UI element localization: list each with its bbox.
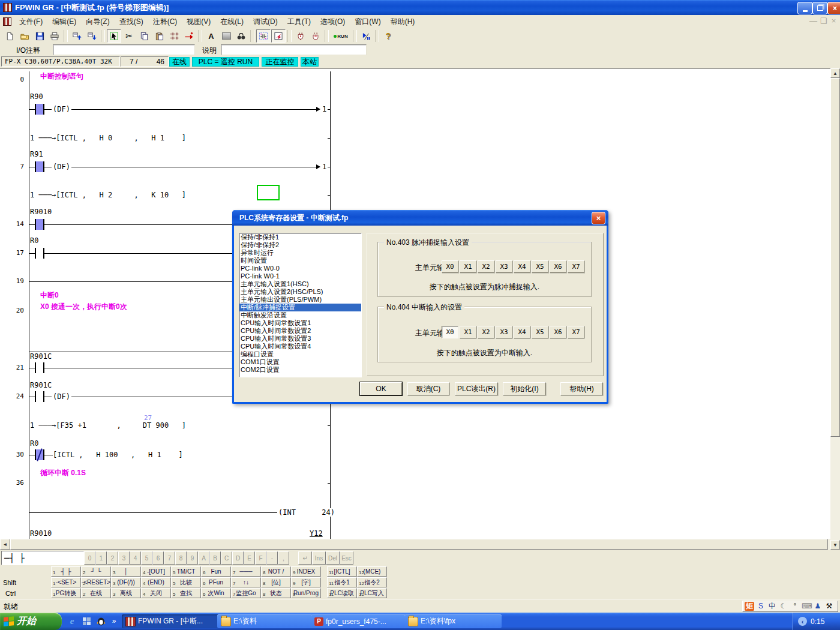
quick-launch-ie-icon[interactable]: e <box>66 615 78 627</box>
copy-icon[interactable] <box>137 29 151 43</box>
menu-item[interactable]: 视图(V) <box>182 15 215 29</box>
menu-item[interactable]: 查找(S) <box>115 15 148 29</box>
register-list-item[interactable]: 时间设置 <box>239 257 361 265</box>
menu-item[interactable]: 工具(T) <box>283 15 316 29</box>
function-key[interactable]: 11[ICTL] <box>327 566 357 577</box>
find-icon[interactable] <box>234 29 248 43</box>
quick-launch-desktop-icon[interactable] <box>80 615 92 627</box>
function-key[interactable]: 7─── <box>231 566 261 577</box>
ctrl-function-key[interactable]: 9Run/Prog <box>291 588 321 598</box>
interrupt-input-button[interactable]: X4 <box>514 326 530 338</box>
function-key[interactable]: 5TM/CT <box>171 566 201 577</box>
shift-function-key[interactable]: 2-<RESET> <box>81 577 111 587</box>
register-list-item[interactable]: 保持/非保持1 <box>239 233 361 241</box>
keypad-edit-key[interactable]: Esc <box>340 551 353 565</box>
keypad-key[interactable]: 6 <box>152 551 164 565</box>
menu-item[interactable]: 选项(O) <box>316 15 350 29</box>
interrupt-input-button[interactable]: X5 <box>532 326 548 338</box>
language-bar-icon[interactable]: ☾ <box>779 602 788 611</box>
ctrl-function-key[interactable]: 3离线 <box>111 588 141 598</box>
ctrl-function-key[interactable]: 6次Win <box>201 588 231 598</box>
keypad-key[interactable]: E <box>244 551 255 565</box>
minimize-button[interactable] <box>797 2 812 14</box>
help-icon[interactable]: ? <box>381 29 395 43</box>
register-list-item[interactable]: 编程口设置 <box>239 350 361 358</box>
keypad-key[interactable]: 5 <box>141 551 152 565</box>
instruction-ictl[interactable]: 1 ───→[ICTL , H 0 , H 1 ] <box>30 134 186 142</box>
menu-item[interactable]: 向导(Z) <box>81 15 114 29</box>
upload-from-plc-icon[interactable] <box>70 29 84 43</box>
close-button[interactable]: × <box>827 2 840 14</box>
keypad-key[interactable]: D <box>232 551 244 565</box>
taskbar-task-folder1[interactable]: E:\资料 <box>217 614 314 628</box>
pulse-catch-input-button[interactable]: X4 <box>514 260 530 273</box>
register-list-item[interactable]: 主单元输入设置2(HSC/PLS) <box>239 288 361 296</box>
new-file-icon[interactable] <box>2 29 17 43</box>
print-icon[interactable] <box>47 29 62 43</box>
ctrl-function-key[interactable]: 4关闭 <box>141 588 171 598</box>
df-instruction[interactable]: (DF) <box>52 163 71 171</box>
child-restore-icon[interactable]: ❑ <box>818 16 829 25</box>
vertical-scroll-thumb[interactable] <box>830 78 840 437</box>
quick-launch-chevron-icon[interactable]: » <box>108 615 120 627</box>
register-list-item[interactable]: 异常时运行 <box>239 249 361 257</box>
language-bar[interactable]: 矩S中☾°⌨♟⚒ <box>742 601 838 612</box>
child-close-icon[interactable]: × <box>829 16 839 25</box>
keypad-key[interactable]: F <box>255 551 266 565</box>
dialog-close-icon[interactable]: × <box>592 212 605 224</box>
keypad-key[interactable]: A <box>198 551 209 565</box>
shift-function-key[interactable]: 7↑↓ <box>231 577 261 587</box>
taskbar-task-folder2[interactable]: E:\资料\fpx <box>404 614 502 628</box>
vertical-scrollbar[interactable]: ▲ ▼ <box>830 68 840 550</box>
function-key[interactable]: 4-[OUT] <box>141 566 171 577</box>
register-list-item[interactable]: 主单元输入设置1(HSC) <box>239 280 361 288</box>
pulse-catch-input-button[interactable]: X3 <box>496 260 512 273</box>
pulse-catch-input-button[interactable]: X6 <box>550 260 566 273</box>
tray-collapse-icon[interactable]: ‹ <box>798 617 807 626</box>
keypad-key[interactable]: 9 <box>187 551 198 565</box>
register-list-item[interactable]: 中断/脉冲捕捉设置 <box>239 304 361 311</box>
insert-rung-icon[interactable] <box>182 29 196 43</box>
interrupt-input-button[interactable]: X0 <box>442 326 458 338</box>
offline-icon[interactable] <box>308 29 323 43</box>
language-bar-icon[interactable]: ° <box>790 602 800 611</box>
keypad-key[interactable]: , <box>278 551 289 565</box>
keypad-key[interactable]: B <box>209 551 221 565</box>
ctrl-function-key[interactable]: 5查找 <box>171 588 201 598</box>
description-input[interactable] <box>221 44 367 55</box>
interrupt-input-button[interactable]: X2 <box>478 326 494 338</box>
pulse-catch-input-button[interactable]: X7 <box>568 260 584 273</box>
function-key[interactable]: 2┘ └ <box>81 566 111 577</box>
keypad-key[interactable]: 8 <box>175 551 187 565</box>
ctrl-function-key[interactable]: 2在线 <box>81 588 111 598</box>
restore-button[interactable] <box>812 2 827 14</box>
pulse-catch-input-button[interactable]: X2 <box>478 260 494 273</box>
language-bar-icon[interactable]: ⚒ <box>824 602 834 611</box>
menu-item[interactable]: 注释(C) <box>148 15 182 29</box>
shift-function-key[interactable]: 8[位] <box>261 577 291 587</box>
language-bar-icon[interactable]: S <box>756 602 766 611</box>
register-list-item[interactable]: 主单元输出设置(PLS/PWM) <box>239 296 361 304</box>
cancel-button[interactable]: 取消(C) <box>407 382 449 395</box>
contact-r91[interactable] <box>35 161 44 172</box>
open-folder-icon[interactable] <box>17 29 32 43</box>
keypad-edit-key[interactable]: Ins <box>312 551 326 565</box>
taskbar-task-fpwin[interactable]: FPWIN GR - [中断... <box>122 614 220 628</box>
run-prog-toggle-icon[interactable] <box>359 29 373 43</box>
keypad-key[interactable]: 0 <box>84 551 95 565</box>
ladder-symbol-icon[interactable] <box>167 29 181 43</box>
interrupt-input-button[interactable]: X7 <box>568 326 584 338</box>
keypad-edit-key[interactable]: ↵ <box>298 551 312 565</box>
contact-r0[interactable] <box>35 248 44 259</box>
register-list-item[interactable]: PC-link W0-1 <box>239 272 361 280</box>
monitor-ladder-icon[interactable] <box>256 29 271 43</box>
df-instruction[interactable]: (DF) <box>52 105 71 113</box>
monitor-go-icon[interactable] <box>271 29 286 43</box>
block-icon[interactable] <box>219 29 233 43</box>
pulse-catch-input-button[interactable]: X1 <box>460 260 476 273</box>
menu-item[interactable]: 调试(D) <box>248 15 283 29</box>
scroll-down-icon[interactable]: ▼ <box>830 540 840 550</box>
plc-run-icon[interactable]: RUN <box>331 29 351 43</box>
ctrl-function-key[interactable]: 12PLC写入 <box>357 588 387 598</box>
ctrl-function-key[interactable]: 11PLC读取 <box>327 588 357 598</box>
